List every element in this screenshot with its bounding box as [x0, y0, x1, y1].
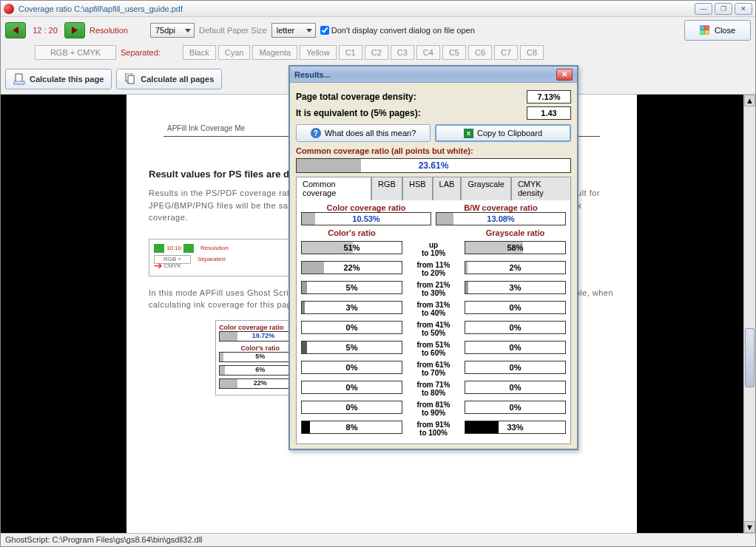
calculate-all-button[interactable]: Calculate all pages	[116, 69, 222, 89]
channel-button-cyan[interactable]: Cyan	[218, 45, 251, 60]
bw-coverage-value: 13.08%	[487, 214, 514, 223]
pages-icon	[124, 73, 136, 85]
distribution-bar: 33%	[465, 421, 566, 434]
dont-display-input[interactable]	[320, 26, 329, 35]
dont-display-label: Don't display convert dialog on file ope…	[331, 26, 475, 35]
copy-button-label: Copy to Clipboard	[477, 129, 542, 137]
svg-rect-0	[701, 26, 704, 30]
calculate-page-label: Calculate this page	[30, 75, 104, 84]
grayscale-distribution-list: 58%2%3%0%0%0%0%0%0%33%	[465, 237, 566, 437]
vertical-scrollbar[interactable]: ▲ ▼	[743, 95, 755, 533]
channel-button-yellow[interactable]: Yellow	[300, 45, 336, 60]
equiv-value: 1.43	[527, 106, 571, 120]
channel-button-c5[interactable]: C5	[442, 45, 466, 60]
results-titlebar: Results... ✕	[290, 67, 577, 83]
grayscale-ratio-label: Grayscale ratio	[465, 228, 566, 237]
channel-button-black[interactable]: Black	[183, 45, 216, 60]
paper-size-select[interactable]: letter	[271, 23, 316, 38]
common-coverage-value: 23.61%	[419, 160, 449, 171]
range-label: from 31%to 40%	[407, 299, 460, 319]
results-title: Results...	[294, 70, 331, 79]
channel-button-c1[interactable]: C1	[339, 45, 362, 60]
tab-hsb[interactable]: HSB	[402, 177, 433, 200]
doc-header: APFill Ink Coverage Me	[167, 124, 245, 132]
minimize-button[interactable]: —	[695, 3, 712, 15]
page-icon	[13, 73, 25, 85]
prev-page-button[interactable]	[5, 22, 26, 38]
bw-coverage-label: B/W coverage ratio	[436, 203, 566, 212]
range-label: from 21%to 30%	[407, 279, 460, 299]
color-coverage-value: 10.53%	[352, 214, 379, 223]
scroll-thumb[interactable]	[745, 328, 755, 387]
tab-grayscale[interactable]: Grayscale	[461, 177, 511, 200]
app-logo-icon	[4, 4, 14, 14]
maximize-button[interactable]: ❐	[715, 3, 732, 15]
rgb-cmyk-button[interactable]: RGB + CMYK	[35, 45, 116, 60]
close-window-button[interactable]: ✕	[735, 3, 752, 15]
tab-lab[interactable]: LAB	[433, 177, 462, 200]
svg-rect-3	[705, 30, 709, 34]
channel-button-c8[interactable]: C8	[520, 45, 544, 60]
svg-rect-2	[701, 30, 704, 34]
left-margin	[1, 95, 126, 533]
scroll-down-button[interactable]: ▼	[744, 521, 755, 533]
copy-to-clipboard-button[interactable]: X Copy to Clipboard	[435, 124, 571, 142]
help-button-label: What does all this mean?	[325, 129, 416, 137]
results-close-button[interactable]: ✕	[556, 69, 573, 81]
channel-button-c7[interactable]: C7	[494, 45, 518, 60]
range-label: from 61%to 70%	[407, 359, 460, 379]
next-page-button[interactable]	[64, 22, 85, 38]
titlebar: Coverage ratio C:\apfill\apfill_users_gu…	[1, 1, 755, 17]
color-distribution-list: 51%22%5%3%0%5%0%0%0%8%	[301, 237, 402, 437]
page-number: 12 : 20	[30, 26, 60, 35]
distribution-bar: 3%	[465, 281, 566, 294]
range-label: from 41%to 50%	[407, 319, 460, 339]
bw-coverage-bar: 13.08%	[436, 212, 566, 225]
distribution-bar: 0%	[301, 361, 402, 374]
range-labels: upto 10%from 11%to 20%from 21%to 30%from…	[407, 228, 460, 439]
distribution-bar: 0%	[465, 341, 566, 354]
common-coverage-tab-body: Color coverage ratio 10.53% B/W coverage…	[296, 200, 571, 444]
channel-button-c6[interactable]: C6	[468, 45, 492, 60]
excel-icon: X	[464, 129, 473, 138]
distribution-bar: 0%	[301, 321, 402, 334]
calculate-all-label: Calculate all pages	[141, 75, 214, 84]
channel-button-c3[interactable]: C3	[391, 45, 414, 60]
dont-display-checkbox[interactable]: Don't display convert dialog on file ope…	[320, 26, 475, 35]
close-label: Close	[715, 26, 735, 35]
tab-rgb[interactable]: RGB	[371, 177, 402, 200]
range-label: from 71%to 80%	[407, 379, 460, 399]
range-label: from 81%to 90%	[407, 399, 460, 419]
svg-rect-5	[14, 81, 24, 84]
tab-common-coverage[interactable]: Common coverage	[296, 177, 371, 200]
separated-label: Separated:	[121, 48, 161, 57]
svg-rect-1	[705, 26, 709, 30]
scroll-up-button[interactable]: ▲	[744, 95, 755, 106]
density-label: Page total coverage density:	[296, 92, 527, 102]
paper-size-label: Default Paper Size	[199, 26, 267, 35]
results-tabs: Common coverageRGBHSBLABGrayscaleCMYK de…	[296, 176, 571, 200]
channel-button-c2[interactable]: C2	[365, 45, 388, 60]
channel-button-c4[interactable]: C4	[416, 45, 440, 60]
common-coverage-label: Common coverage ratio (all points but wh…	[296, 146, 571, 155]
range-label: upto 10%	[407, 239, 460, 259]
channel-buttons: BlackCyanMagentaYellowC1C2C3C4C5C6C7C8	[183, 45, 544, 60]
distribution-bar: 0%	[301, 401, 402, 414]
arrow-right-icon	[72, 27, 78, 34]
calculate-page-button[interactable]: Calculate this page	[5, 69, 112, 89]
distribution-bar: 0%	[465, 321, 566, 334]
dpi-select[interactable]: 75dpi	[150, 23, 195, 38]
equiv-label: It is equivalent to (5% pages):	[296, 108, 527, 118]
results-body: Page total coverage density: 7.13% It is…	[290, 83, 577, 449]
status-bar: GhostScript: C:\Program Files\gs\gs8.64\…	[1, 533, 755, 546]
distribution-bar: 5%	[301, 341, 402, 354]
what-does-this-mean-button[interactable]: ? What does all this mean?	[296, 124, 431, 142]
distribution-bar: 51%	[301, 241, 402, 254]
channel-button-magenta[interactable]: Magenta	[252, 45, 297, 60]
common-coverage-bar: 23.61%	[296, 158, 571, 173]
tab-cmyk-density[interactable]: CMYK density	[511, 177, 571, 200]
distribution-bar: 2%	[465, 261, 566, 274]
scroll-track[interactable]	[744, 106, 755, 521]
close-button[interactable]: Close	[684, 20, 751, 41]
density-value: 7.13%	[527, 90, 571, 103]
